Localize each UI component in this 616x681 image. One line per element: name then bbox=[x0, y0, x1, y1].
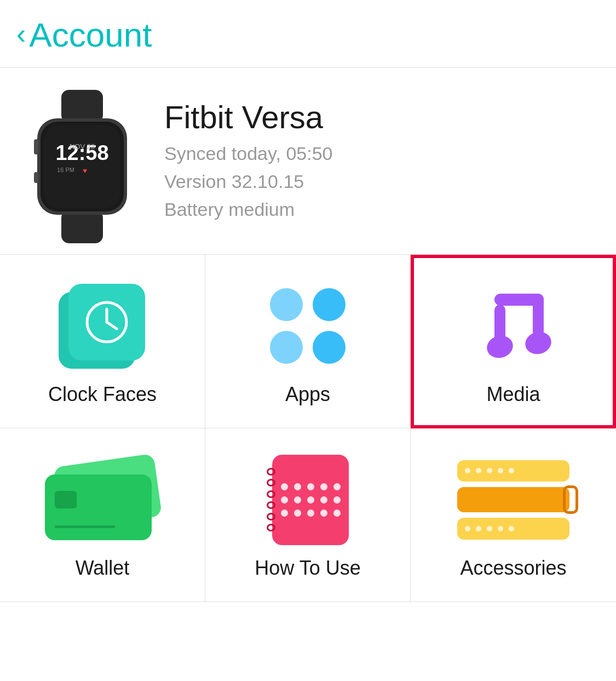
back-label: Account bbox=[29, 15, 152, 54]
grid-item-clock-faces[interactable]: Clock Faces bbox=[0, 255, 205, 428]
media-label: Media bbox=[486, 383, 540, 406]
svg-point-17 bbox=[522, 329, 554, 357]
chevron-left-icon: ‹ bbox=[16, 20, 26, 48]
svg-point-18 bbox=[484, 333, 515, 360]
app-dot-3 bbox=[270, 331, 303, 364]
header: ‹ Account bbox=[0, 0, 616, 68]
app-dot-2 bbox=[313, 288, 346, 321]
menu-grid: Clock Faces Apps bbox=[0, 255, 616, 602]
accessories-label: Accessories bbox=[460, 557, 566, 580]
svg-rect-9 bbox=[34, 139, 38, 154]
app-dot-1 bbox=[270, 288, 303, 321]
clock-svg-icon bbox=[85, 300, 129, 344]
device-synced: Synced today, 05:50 Version 32.10.15 Bat… bbox=[164, 140, 332, 224]
svg-rect-15 bbox=[533, 294, 544, 337]
svg-rect-4 bbox=[44, 125, 120, 208]
device-name: Fitbit Versa bbox=[164, 99, 332, 135]
svg-text:NOV 23: NOV 23 bbox=[70, 142, 95, 151]
grid-item-media[interactable]: Media bbox=[411, 255, 616, 428]
app-dot-4 bbox=[313, 331, 346, 364]
back-button[interactable]: ‹ Account bbox=[16, 15, 152, 54]
apps-dots-icon bbox=[270, 288, 346, 364]
grid-item-accessories[interactable]: Accessories bbox=[411, 428, 616, 602]
device-section: 12:58 NOV 23 16 PM ♥ Fitbit Versa Synced… bbox=[0, 68, 616, 255]
howto-icon-wrapper bbox=[267, 456, 349, 543]
clock-faces-icon-wrapper bbox=[59, 282, 146, 370]
wallet-label: Wallet bbox=[76, 557, 130, 580]
grid-item-how-to-use[interactable]: How To Use bbox=[205, 428, 411, 602]
svg-text:16 PM: 16 PM bbox=[57, 167, 74, 173]
svg-rect-1 bbox=[61, 210, 103, 243]
grid-item-apps[interactable]: Apps bbox=[205, 255, 411, 428]
apps-label: Apps bbox=[285, 383, 330, 406]
accessories-icon-wrapper bbox=[453, 456, 574, 543]
svg-line-13 bbox=[107, 322, 117, 329]
device-info: Fitbit Versa Synced today, 05:50 Version… bbox=[164, 99, 332, 224]
wallet-icon-wrapper bbox=[45, 456, 160, 543]
svg-text:♥: ♥ bbox=[83, 167, 87, 175]
clock-faces-label: Clock Faces bbox=[48, 383, 157, 406]
device-image: 12:58 NOV 23 16 PM ♥ bbox=[22, 90, 142, 232]
grid-item-wallet[interactable]: Wallet bbox=[0, 428, 205, 602]
svg-rect-10 bbox=[34, 172, 38, 183]
media-icon-wrapper bbox=[473, 282, 555, 370]
how-to-use-label: How To Use bbox=[255, 557, 360, 580]
apps-icon-wrapper bbox=[270, 282, 346, 370]
svg-rect-0 bbox=[61, 90, 103, 123]
music-note-icon bbox=[473, 284, 555, 368]
